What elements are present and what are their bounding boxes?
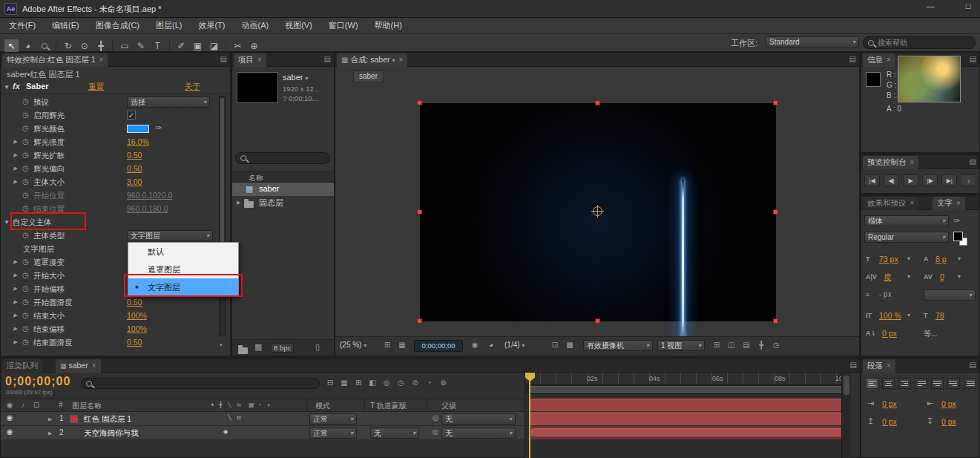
twirl-closed-icon[interactable]: ▶	[13, 299, 17, 305]
tab-effect-controls[interactable]: 特效控制台:红色 固态层 1×	[2, 53, 108, 67]
switch-frame-blend-icon[interactable]: ▦	[249, 402, 254, 408]
tab-character[interactable]: 文字×	[933, 197, 965, 210]
parent-dropdown[interactable]: 无▾	[441, 428, 516, 439]
space-after-value[interactable]: 0 px	[941, 417, 956, 426]
kerning-value[interactable]: 度	[884, 272, 892, 283]
fx-switch-icon[interactable]: fx	[237, 414, 241, 421]
end-size-value[interactable]: 100%	[127, 311, 147, 320]
help-search-box[interactable]: 搜索帮助	[863, 36, 976, 49]
close-icon[interactable]: ×	[887, 56, 891, 64]
layer-name[interactable]: 红色 固态层 1	[84, 414, 131, 425]
leading-value[interactable]: 8 p	[935, 255, 947, 264]
workspace-dropdown[interactable]: Standard▾	[766, 36, 859, 48]
switch-motion-blur-icon[interactable]: ◔	[257, 402, 261, 408]
blend-mode-dropdown[interactable]: 正常▾	[309, 428, 357, 439]
brush-tool-icon[interactable]: ✐	[174, 39, 188, 53]
menu-item-text-layer[interactable]: ●文字图层	[128, 278, 238, 296]
end-offset-value[interactable]: 100%	[127, 324, 147, 333]
trkmat-dropdown[interactable]: 无▾	[370, 428, 419, 439]
eraser-tool-icon[interactable]: ◪	[207, 39, 221, 53]
twirl-closed-icon[interactable]: ▶	[13, 313, 17, 318]
twirl-closed-icon[interactable]: ▶	[13, 139, 17, 145]
transform-handle[interactable]	[417, 100, 422, 105]
pickwhip-icon[interactable]: ◎	[430, 413, 441, 422]
twirl-open-icon[interactable]: ▼	[4, 84, 10, 91]
index-column-header[interactable]: #	[59, 401, 63, 409]
menu-file[interactable]: 文件(F)	[9, 20, 36, 31]
zoom-dropdown[interactable]: (25 %) ▾	[340, 341, 366, 349]
tab-project[interactable]: 项目×	[234, 53, 266, 67]
glow-intensity-value[interactable]: 16.0%	[127, 137, 149, 146]
parent-dropdown[interactable]: 无▾	[441, 413, 516, 425]
core-type-dropdown[interactable]: 文字图层▾	[127, 230, 213, 241]
brainstorm-icon[interactable]: ◔	[423, 379, 435, 387]
option-dropdown[interactable]: ▾	[924, 289, 976, 301]
end-roundness-value[interactable]: 0.50	[127, 338, 142, 347]
stopwatch-icon[interactable]: ◷	[22, 258, 29, 266]
eyedropper-icon[interactable]: ✑	[155, 123, 162, 133]
audio-button[interactable]: ♪	[961, 174, 976, 186]
twirl-closed-icon[interactable]: ▶	[48, 416, 52, 422]
chevron-down-icon[interactable]: ▾	[907, 312, 910, 318]
menu-composition[interactable]: 图像合成(C)	[96, 20, 139, 31]
rotate-tool-icon[interactable]: ↻	[61, 39, 75, 53]
project-search-box[interactable]	[235, 152, 330, 164]
collapse-switch-icon[interactable]: ◆	[223, 428, 228, 435]
reset-link[interactable]: 重置	[88, 82, 104, 92]
switch-fx-icon[interactable]: fx	[237, 402, 241, 408]
panel-menu-icon[interactable]: ▤	[220, 55, 227, 64]
minimize-button[interactable]: —	[920, 1, 941, 15]
resolution-dropdown[interactable]: (1/4) ▾	[504, 341, 524, 349]
comp-mini-flowchart-icon[interactable]: ⊟	[324, 379, 336, 387]
preview-item-name[interactable]: saber ▾	[283, 73, 309, 82]
twirl-closed-icon[interactable]: ▶	[237, 200, 240, 206]
anchor-point[interactable]	[593, 206, 602, 216]
layer-name[interactable]: 天空海阔你与我	[84, 428, 139, 439]
tab-composition[interactable]: ▦ 合成: saber ▾×	[337, 53, 407, 67]
transform-handle[interactable]	[773, 100, 778, 105]
graph-editor-icon[interactable]: ⊘	[409, 379, 421, 387]
preset-dropdown[interactable]: 选择▾	[127, 96, 210, 108]
stopwatch-icon[interactable]: ◷	[22, 324, 29, 333]
guides-icon[interactable]: ╋	[755, 341, 767, 349]
enable-glow-checkbox[interactable]: ✓	[127, 111, 136, 120]
project-columns-header[interactable]: 名称	[232, 171, 334, 183]
panel-menu-icon[interactable]: ▤	[849, 55, 856, 64]
timeline-timecode[interactable]: 0;00;00;00	[5, 375, 70, 388]
view-layout-dropdown[interactable]: 1 视图▾	[657, 340, 705, 351]
glow-spread-value[interactable]: 0.50	[127, 151, 142, 160]
align-right-button[interactable]	[898, 378, 911, 389]
last-frame-button[interactable]: ▶|	[941, 174, 957, 186]
flowchart-icon[interactable]: ◫	[726, 341, 737, 349]
transform-handle[interactable]	[595, 100, 600, 105]
project-preview-thumbnail[interactable]	[237, 72, 278, 103]
layer-row-1[interactable]: ◉ ▶ 1 红色 固态层 1 ╲ fx 正常▾ ◎ 无▾	[1, 412, 524, 426]
tab-render-queue[interactable]: 渲染队列	[2, 359, 42, 373]
menu-item-mask-layer[interactable]: 遮罩图层	[128, 261, 238, 278]
lock-column-icon[interactable]: ⊡	[30, 401, 42, 409]
switch-3d-icon[interactable]: ◑	[266, 402, 270, 408]
mode-column-header[interactable]: 模式	[315, 401, 330, 411]
switch-collapse-icon[interactable]: ╋	[219, 402, 223, 408]
tsume-value[interactable]: 等...	[924, 329, 937, 339]
start-roundness-value[interactable]: 0.50	[127, 298, 142, 307]
puppet-tool-icon[interactable]: ⊕	[247, 39, 261, 53]
chevron-down-icon[interactable]: ▾	[306, 75, 309, 82]
menu-help[interactable]: 帮助(H)	[375, 20, 402, 31]
trash-icon[interactable]: ▯	[315, 342, 320, 352]
stopwatch-icon[interactable]: ◷	[22, 151, 29, 159]
new-composition-icon[interactable]: ▦	[254, 342, 262, 352]
active-camera-dropdown[interactable]: 有效摄像机▾	[583, 340, 653, 351]
eye-icon[interactable]: ◉	[4, 428, 16, 436]
param-group-custom-core[interactable]: ▼ 自定义主体	[1, 216, 217, 229]
first-frame-button[interactable]: |◀	[864, 174, 880, 186]
horizontal-scale-value[interactable]: 78	[935, 311, 944, 320]
tracking-value[interactable]: 0	[940, 272, 944, 281]
font-family-dropdown[interactable]: 楷体▾	[864, 215, 949, 226]
font-style-dropdown[interactable]: Regular▾	[864, 232, 949, 243]
close-icon[interactable]: ×	[887, 362, 891, 370]
layer-2-duration-bar[interactable]	[531, 428, 844, 436]
timeline-search-box[interactable]	[81, 378, 320, 389]
vertical-scale-value[interactable]: 100 %	[879, 311, 901, 320]
timeline-scrollbar[interactable]	[841, 373, 851, 458]
